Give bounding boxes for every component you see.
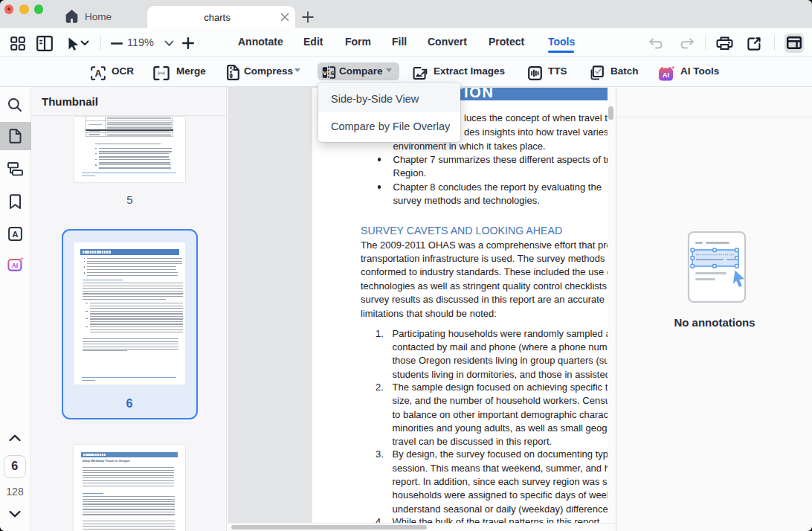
svg-text:AI: AI [12,262,19,269]
svg-text:v: v [323,68,327,77]
svg-text:AI: AI [663,71,669,79]
svg-text:A: A [12,230,18,239]
svg-text:A: A [94,68,101,79]
svg-text:s: s [330,68,334,77]
